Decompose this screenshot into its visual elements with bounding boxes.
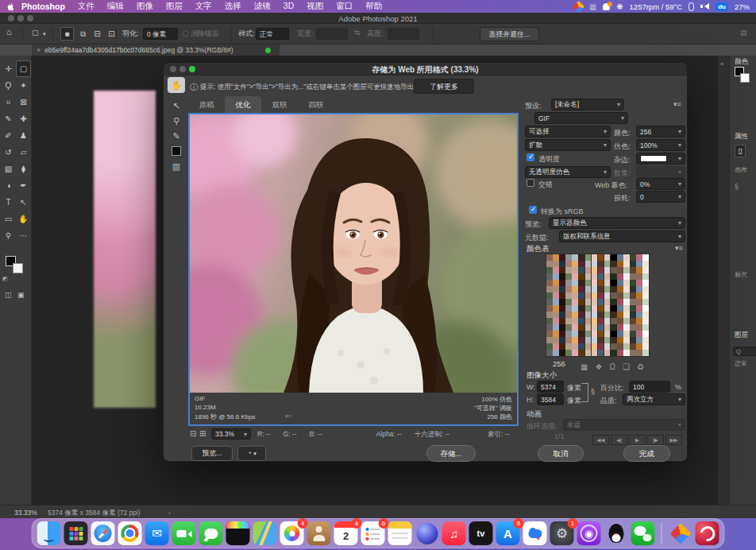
- dock-safari[interactable]: [91, 521, 115, 545]
- color-swatch[interactable]: [630, 299, 636, 305]
- path-select-tool[interactable]: ↖: [16, 194, 31, 211]
- color-swatch[interactable]: [546, 280, 553, 286]
- percent-input[interactable]: 100: [629, 381, 670, 393]
- play-button[interactable]: ▶: [629, 435, 646, 445]
- color-swatch[interactable]: [630, 267, 636, 273]
- hand-tool[interactable]: ✋: [16, 211, 31, 227]
- color-swatch[interactable]: [585, 299, 592, 305]
- color-swatch[interactable]: [604, 280, 611, 286]
- menu-3D[interactable]: 3D: [284, 1, 294, 12]
- color-swatch[interactable]: [611, 350, 617, 356]
- menu-图层[interactable]: 图层: [166, 1, 183, 12]
- color-swatch[interactable]: [598, 280, 604, 286]
- color-swatch[interactable]: [617, 299, 623, 305]
- color-swatch[interactable]: [604, 318, 611, 324]
- color-swatch[interactable]: [604, 331, 611, 337]
- select-and-mask-button[interactable]: 选择并遮住...: [480, 27, 539, 41]
- marquee-tool-icon[interactable]: ▢: [32, 29, 39, 37]
- dock-cinema4d[interactable]: [415, 521, 439, 545]
- color-swatch[interactable]: [553, 305, 559, 312]
- color-swatch[interactable]: [565, 280, 572, 286]
- color-swatch[interactable]: [572, 273, 578, 280]
- color-swatch[interactable]: [642, 261, 649, 267]
- color-swatch[interactable]: [642, 292, 649, 299]
- menu-文字[interactable]: 文字: [195, 1, 212, 12]
- color-swatch[interactable]: [592, 343, 598, 350]
- color-swatch[interactable]: [572, 312, 578, 318]
- shape-tool[interactable]: ▭: [1, 211, 16, 227]
- color-swatch[interactable]: [611, 280, 617, 286]
- color-swatch[interactable]: [617, 280, 623, 286]
- color-swatch[interactable]: [611, 305, 617, 312]
- slice-tool[interactable]: ⊠: [16, 94, 31, 110]
- color-swatch[interactable]: [598, 324, 604, 331]
- color-swatch[interactable]: [604, 324, 611, 331]
- color-swatch[interactable]: [578, 273, 584, 280]
- color-swatch[interactable]: [546, 254, 553, 261]
- color-swatch[interactable]: [565, 305, 572, 312]
- dock-contacts[interactable]: [307, 521, 331, 545]
- color-swatch[interactable]: [559, 318, 565, 324]
- matte-dropdown[interactable]: ▾: [636, 153, 685, 165]
- color-swatch[interactable]: [565, 254, 572, 261]
- color-swatch[interactable]: [559, 292, 565, 299]
- color-swatch[interactable]: [553, 280, 559, 286]
- color-swatch[interactable]: [565, 318, 572, 324]
- color-swatch[interactable]: [611, 261, 617, 267]
- web-shift-icon[interactable]: ❖: [595, 362, 602, 371]
- color-swatch[interactable]: [578, 280, 584, 286]
- color-swatch[interactable]: [630, 337, 636, 343]
- color-swatch[interactable]: [578, 331, 584, 337]
- format-dropdown[interactable]: GIF▾: [534, 112, 628, 124]
- crop-tool[interactable]: ⌗: [1, 94, 16, 110]
- close-tab-icon[interactable]: ×: [37, 46, 40, 54]
- color-swatch[interactable]: [611, 273, 617, 280]
- color-swatch[interactable]: [604, 305, 611, 312]
- history-brush-tool[interactable]: ↺: [1, 144, 16, 161]
- color-swatch[interactable]: [636, 324, 642, 331]
- color-swatch[interactable]: [604, 299, 611, 305]
- color-swatch[interactable]: [598, 343, 604, 350]
- color-swatch[interactable]: [546, 318, 553, 324]
- color-swatch[interactable]: [623, 324, 630, 331]
- color-swatch[interactable]: [565, 292, 572, 299]
- color-swatch[interactable]: [565, 324, 572, 331]
- color-swatch[interactable]: [553, 337, 559, 343]
- rulers-section-label[interactable]: 标尺: [735, 270, 747, 279]
- height-input[interactable]: [388, 28, 419, 40]
- zoom-tool[interactable]: ⚲: [1, 227, 16, 244]
- color-swatch[interactable]: [546, 337, 553, 343]
- color-swatch[interactable]: [572, 350, 578, 356]
- color-swatch[interactable]: [585, 305, 592, 312]
- color-swatch[interactable]: [623, 280, 630, 286]
- color-swatch[interactable]: [559, 331, 565, 337]
- notification-bell-icon[interactable]: [603, 3, 610, 10]
- color-swatch[interactable]: [546, 292, 553, 299]
- color-swatch[interactable]: [630, 318, 636, 324]
- color-swatch[interactable]: [642, 337, 649, 343]
- color-swatch[interactable]: [592, 318, 598, 324]
- color-swatch[interactable]: [623, 350, 630, 356]
- zoom-in-icon[interactable]: ⊞: [199, 429, 206, 438]
- edit-toolbar[interactable]: ⋯: [16, 227, 31, 244]
- color-swatch[interactable]: [623, 267, 630, 273]
- status-chevron-icon[interactable]: ›: [168, 509, 171, 517]
- color-swatch[interactable]: [592, 312, 598, 318]
- eyedropper-tool[interactable]: ✎: [1, 110, 16, 127]
- color-swatch[interactable]: [598, 305, 604, 312]
- preview-in-browser-button[interactable]: 预览...: [191, 446, 233, 461]
- type-tool[interactable]: T: [1, 194, 16, 211]
- save-button[interactable]: 存储...: [426, 445, 476, 462]
- pen-tool[interactable]: ✒: [16, 177, 31, 194]
- color-swatch[interactable]: [565, 261, 572, 267]
- hand-tool[interactable]: ✋: [168, 77, 185, 93]
- color-swatch[interactable]: [598, 292, 604, 299]
- color-swatch[interactable]: [611, 312, 617, 318]
- color-swatch[interactable]: [578, 299, 584, 305]
- eraser-tool[interactable]: ▱: [16, 144, 31, 161]
- fan-speed-text[interactable]: 1257rpm / 59°C: [630, 2, 683, 11]
- color-swatch[interactable]: [559, 350, 565, 356]
- preview-mode-dropdown[interactable]: 显示器颜色▾: [549, 217, 685, 229]
- color-swatch[interactable]: [604, 343, 611, 350]
- interlace-checkbox[interactable]: [526, 179, 534, 187]
